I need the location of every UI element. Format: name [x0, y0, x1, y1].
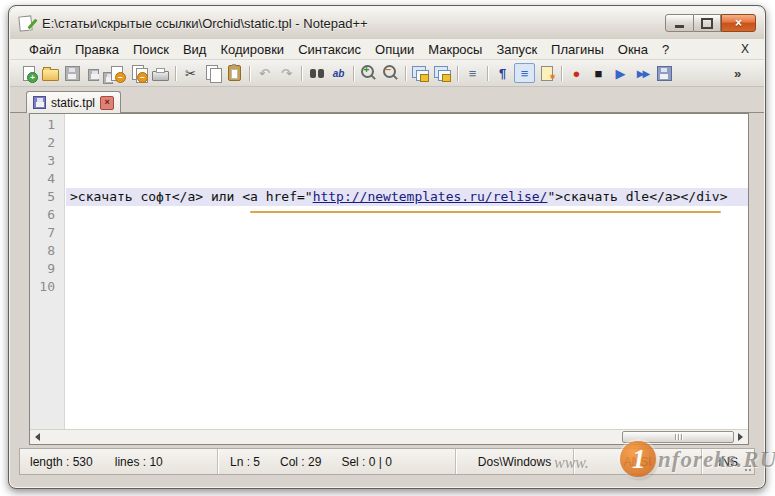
status-bar: length : 530 lines : 10 Ln : 5 Col : 29 … — [19, 448, 755, 475]
menu-macros[interactable]: Макросы — [421, 41, 489, 58]
minimize-button[interactable] — [665, 14, 694, 32]
title-bar[interactable]: E:\статьи\скрытые ссылки\Orchid\static.t… — [10, 7, 764, 39]
show-all-characters-icon[interactable]: ¶ — [492, 63, 513, 83]
menu-syntax[interactable]: Синтаксис — [291, 41, 368, 58]
minus-glyph: − — [380, 64, 397, 76]
line-number: 5 — [30, 188, 55, 206]
close-all-icon[interactable]: − — [128, 63, 149, 83]
word-wrap-icon[interactable]: ≡ — [462, 63, 483, 83]
code-text: ">скачать dle</a></div> — [547, 189, 727, 204]
toolbar-separator — [298, 66, 305, 81]
toolbar-separator — [558, 66, 565, 81]
print-icon[interactable] — [150, 63, 171, 83]
menu-encodings[interactable]: Кодировки — [213, 41, 291, 58]
user-defined-dialog-icon[interactable]: * — [536, 63, 557, 83]
copy-icon[interactable] — [202, 63, 223, 83]
macro-stop-icon[interactable]: ■ — [588, 63, 609, 83]
tab-bar: static.tpl × — [10, 87, 764, 113]
page-glyph — [210, 68, 222, 83]
toolbar-separator — [484, 66, 491, 81]
status-line: Ln : 5 — [230, 455, 260, 469]
menu-windows[interactable]: Окна — [611, 41, 655, 58]
printer-glyph — [152, 71, 169, 81]
floppy-glyph — [657, 66, 672, 81]
annotation-underline — [250, 211, 721, 213]
cut-icon[interactable]: ✂ — [180, 63, 201, 83]
synchronize-vertical-icon[interactable] — [410, 63, 431, 83]
menu-file[interactable]: Файл — [22, 41, 68, 58]
scroll-right-arrow-icon[interactable] — [733, 430, 748, 444]
toolbar-separator — [246, 66, 253, 81]
menu-help[interactable]: ? — [655, 41, 676, 58]
minus-badge-icon: − — [137, 72, 148, 83]
macro-play-icon[interactable]: ▶ — [610, 63, 631, 83]
plus-badge-icon: + — [27, 72, 38, 83]
saved-file-icon — [33, 96, 46, 109]
floppy-glyph — [88, 69, 99, 81]
status-selection: Sel : 0 | 0 — [341, 455, 391, 469]
screenshot-root: E:\статьи\скрытые ссылки\Orchid\static.t… — [0, 0, 775, 496]
code-text: >скачать софт</a> или <a href=" — [70, 189, 313, 204]
line-number: 2 — [30, 134, 55, 152]
status-eol-format[interactable]: Dos\Windows — [456, 449, 574, 474]
zoom-in-icon[interactable]: + — [358, 63, 379, 83]
floppy-glyph — [65, 66, 80, 81]
replace-icon[interactable]: ab — [328, 63, 349, 83]
tab-label: static.tpl — [51, 96, 95, 110]
line-number: 9 — [30, 260, 55, 278]
line-number: 10 — [30, 278, 55, 296]
synchronize-horizontal-icon[interactable] — [432, 63, 453, 83]
line-number-gutter: 1 2 3 4 5 6 7 8 9 10 — [30, 114, 65, 429]
save-all-icon[interactable] — [84, 63, 105, 83]
macro-run-multiple-icon[interactable]: ▶▶ — [632, 63, 653, 83]
menu-settings[interactable]: Опции — [368, 41, 421, 58]
toolbar-overflow-icon[interactable]: » — [727, 63, 748, 83]
line-number: 1 — [30, 116, 55, 134]
menu-edit[interactable]: Правка — [68, 41, 126, 58]
line-number: 6 — [30, 206, 55, 224]
notepadpp-window: E:\статьи\скрытые ссылки\Orchid\static.t… — [8, 5, 766, 489]
tab-close-icon[interactable]: × — [100, 96, 114, 110]
save-file-icon[interactable] — [62, 63, 83, 83]
window-controls: × — [665, 14, 756, 32]
macro-save-icon[interactable] — [654, 63, 675, 83]
menu-run[interactable]: Запуск — [489, 41, 544, 58]
indent-guide-icon[interactable]: ≡ — [514, 63, 535, 83]
status-length: length : 530 — [30, 455, 93, 469]
maximize-button[interactable] — [694, 14, 721, 32]
scroll-left-arrow-icon[interactable] — [30, 430, 45, 444]
close-file-icon[interactable]: − — [106, 63, 127, 83]
resize-grip[interactable] — [741, 461, 753, 473]
status-caret-stats: Ln : 5 Col : 29 Sel : 0 | 0 — [218, 449, 456, 474]
tab-static-tpl[interactable]: static.tpl × — [26, 91, 121, 113]
find-icon[interactable] — [306, 63, 327, 83]
line-number: 4 — [30, 170, 55, 188]
close-button[interactable]: × — [721, 14, 756, 32]
grip-line — [675, 434, 676, 440]
editor[interactable]: 1 2 3 4 5 6 7 8 9 10 >скачать софт</a> и… — [29, 113, 749, 445]
window-title: E:\статьи\скрытые ссылки\Orchid\static.t… — [42, 16, 368, 31]
undo-icon[interactable]: ↶ — [254, 63, 275, 83]
redo-icon[interactable]: ↷ — [276, 63, 297, 83]
horizontal-scrollbar[interactable] — [30, 429, 748, 444]
scrollbar-thumb[interactable] — [622, 431, 734, 443]
code-area[interactable]: >скачать софт</a> или <a href="http://ne… — [66, 114, 748, 429]
open-file-icon[interactable] — [40, 63, 61, 83]
grip-line — [678, 434, 679, 440]
line-number: 8 — [30, 242, 55, 260]
paste-icon[interactable] — [224, 63, 245, 83]
menu-search[interactable]: Поиск — [126, 41, 176, 58]
status-column: Col : 29 — [280, 455, 321, 469]
status-encoding[interactable]: ANSI — [574, 449, 702, 474]
document-close-x[interactable]: X — [741, 42, 749, 56]
status-doc-stats: length : 530 lines : 10 — [20, 449, 218, 474]
hyperlink[interactable]: http://newtemplates.ru/relise/ — [313, 189, 548, 204]
lock-icon — [442, 74, 451, 82]
zoom-out-icon[interactable]: − — [380, 63, 401, 83]
menu-plugins[interactable]: Плагины — [544, 41, 611, 58]
new-file-icon[interactable]: + — [18, 63, 39, 83]
macro-record-icon[interactable]: ● — [566, 63, 587, 83]
menu-view[interactable]: Вид — [176, 41, 214, 58]
menu-bar: Файл Правка Поиск Вид Кодировки Синтакси… — [10, 39, 764, 60]
triangle-left-glyph — [35, 433, 40, 441]
